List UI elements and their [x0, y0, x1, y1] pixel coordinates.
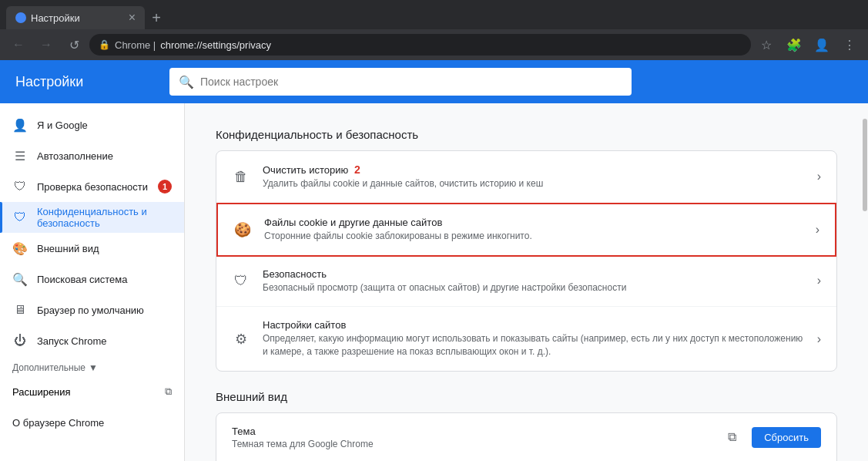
- sidebar-item-privacy[interactable]: 🛡 Конфиденциальность ибезопасность: [0, 202, 184, 233]
- arrow-icon-clear: ›: [817, 170, 821, 183]
- appearance-section-title: Внешний вид: [216, 390, 837, 403]
- sidebar-item-startup[interactable]: ⏻ Запуск Chrome: [0, 325, 184, 356]
- theme-external-icon[interactable]: ⧉: [725, 427, 739, 447]
- lock-icon: 🔒: [99, 39, 110, 50]
- cookies-desc: Сторонние файлы cookie заблокированы в р…: [264, 230, 803, 243]
- security-shield-icon: 🛡: [232, 273, 250, 289]
- extensions-label: Расширения: [12, 386, 71, 398]
- person-icon: 👤: [12, 118, 28, 133]
- sidebar-label-search: Поисковая система: [37, 274, 172, 285]
- main-content: Конфиденциальность и безопасность 🗑 Очис…: [185, 103, 868, 461]
- tab-close-button[interactable]: ×: [129, 12, 136, 24]
- sidebar-item-security-check[interactable]: 🛡 Проверка безопасности 1: [0, 171, 184, 202]
- arrow-icon-cookies: ›: [816, 223, 819, 237]
- scrollbar-thumb[interactable]: [863, 119, 867, 211]
- settings-header: Настройки 🔍: [0, 60, 868, 103]
- external-link-icon: ⧉: [165, 385, 172, 398]
- annotation-2: 2: [354, 163, 360, 176]
- clear-history-row[interactable]: 🗑 Очистить историю 2 Удалить файлы cooki…: [216, 151, 836, 204]
- tab-bar: Настройки × +: [0, 0, 868, 29]
- security-badge: 1: [158, 180, 172, 193]
- chevron-down-icon: ▼: [89, 362, 98, 373]
- security-desc: Безопасный просмотр (защита от опасных с…: [263, 281, 805, 294]
- url-site: Chrome |: [115, 39, 156, 51]
- privacy-icon: 🛡: [12, 210, 28, 224]
- privacy-settings-card: 🗑 Очистить историю 2 Удалить файлы cooki…: [216, 150, 837, 372]
- search-icon: 🔍: [179, 75, 194, 89]
- arrow-icon-security: ›: [817, 274, 821, 288]
- appearance-settings-card: Тема Темная тема для Google Chrome ⧉ Сбр…: [216, 412, 837, 461]
- security-title: Безопасность: [263, 268, 805, 280]
- sidebar-label-startup: Запуск Chrome: [37, 335, 172, 347]
- tab-favicon: [15, 12, 26, 23]
- theme-content: Тема Темная тема для Google Chrome: [232, 426, 712, 449]
- appearance-icon: 🎨: [12, 241, 28, 256]
- privacy-section-title: Конфиденциальность и безопасность: [216, 128, 837, 141]
- theme-title: Тема: [232, 426, 712, 437]
- forward-button[interactable]: →: [34, 32, 59, 57]
- search-engine-icon: 🔍: [12, 272, 28, 287]
- site-settings-title: Настройки сайтов: [263, 319, 805, 331]
- autofill-icon: ☰: [12, 149, 28, 163]
- sidebar-item-autofill[interactable]: ☰ Автозаполнение: [0, 140, 184, 171]
- bookmark-button[interactable]: ☆: [754, 32, 779, 57]
- site-settings-content: Настройки сайтов Определяет, какую инфор…: [263, 319, 805, 358]
- cookies-content: Файлы cookie и другие данные сайтов Стор…: [264, 217, 803, 243]
- sidebar-item-ya-google[interactable]: 👤 Я и Google: [0, 109, 184, 140]
- theme-reset-button[interactable]: Сбросить: [752, 427, 821, 448]
- theme-desc: Темная тема для Google Chrome: [232, 439, 712, 449]
- clear-history-title: Очистить историю 2: [263, 163, 805, 176]
- sidebar-item-extensions[interactable]: Расширения ⧉: [0, 376, 184, 407]
- clear-history-content: Очистить историю 2 Удалить файлы cookie …: [263, 163, 805, 190]
- sidebar-label-about: О браузере Chrome: [12, 417, 172, 429]
- sidebar-section-advanced[interactable]: Дополнительные ▼: [0, 356, 184, 376]
- url-path: chrome://settings/privacy: [160, 39, 271, 51]
- site-settings-row[interactable]: ⚙ Настройки сайтов Определяет, какую инф…: [216, 307, 836, 371]
- sidebar-label-privacy: Конфиденциальность ибезопасность: [37, 206, 172, 229]
- arrow-icon-site-settings: ›: [817, 332, 821, 346]
- startup-icon: ⏻: [12, 334, 28, 348]
- new-tab-button[interactable]: +: [145, 6, 168, 29]
- sidebar-item-about[interactable]: О браузере Chrome: [0, 407, 184, 438]
- sidebar-item-default-browser[interactable]: 🖥 Браузер по умолчанию: [0, 294, 184, 325]
- settings-tab[interactable]: Настройки ×: [6, 6, 145, 29]
- trash-icon: 🗑: [232, 169, 250, 185]
- refresh-button[interactable]: ↺: [62, 32, 86, 57]
- search-box[interactable]: 🔍: [169, 68, 632, 96]
- sidebar: 👤 Я и Google ☰ Автозаполнение 🛡 Проверка…: [0, 103, 185, 461]
- page-container: 👤 Я и Google ☰ Автозаполнение 🛡 Проверка…: [0, 103, 868, 461]
- browser-window: Настройки × + ← → ↺ 🔒 Chrome | chrome://…: [0, 0, 868, 461]
- browser-icon: 🖥: [12, 303, 28, 317]
- active-indicator: [0, 202, 2, 233]
- sidebar-label-autofill: Автозаполнение: [37, 150, 172, 162]
- settings-page-title: Настройки: [15, 74, 154, 90]
- cookies-title: Файлы cookie и другие данные сайтов: [264, 217, 803, 228]
- theme-row: Тема Темная тема для Google Chrome ⧉ Сбр…: [216, 413, 836, 461]
- cookies-row[interactable]: 🍪 Файлы cookie и другие данные сайтов Ст…: [216, 203, 836, 257]
- back-button[interactable]: ←: [6, 32, 31, 57]
- cookie-icon: 🍪: [233, 221, 252, 238]
- avatar-button[interactable]: 👤: [809, 32, 834, 57]
- sidebar-item-appearance[interactable]: 🎨 Внешний вид: [0, 233, 184, 264]
- security-row[interactable]: 🛡 Безопасность Безопасный просмотр (защи…: [216, 256, 836, 308]
- tab-title: Настройки: [31, 12, 80, 24]
- menu-button[interactable]: ⋮: [837, 32, 862, 57]
- navigation-bar: ← → ↺ 🔒 Chrome | chrome://settings/priva…: [0, 29, 868, 60]
- sidebar-label-ya-google: Я и Google: [37, 119, 172, 131]
- sidebar-label-appearance: Внешний вид: [37, 243, 172, 254]
- extension-button[interactable]: 🧩: [782, 32, 806, 57]
- sidebar-label-default-browser: Браузер по умолчанию: [37, 305, 172, 316]
- section-advanced-label: Дополнительные: [12, 362, 85, 373]
- sliders-icon: ⚙: [232, 331, 250, 348]
- scrollbar-track[interactable]: [862, 103, 868, 461]
- search-input[interactable]: [200, 76, 622, 88]
- sidebar-label-security-check: Проверка безопасности: [37, 181, 149, 193]
- security-content: Безопасность Безопасный просмотр (защита…: [263, 268, 805, 294]
- nav-actions: ☆ 🧩 👤 ⋮: [754, 32, 862, 57]
- shield-check-icon: 🛡: [12, 180, 28, 193]
- sidebar-item-search[interactable]: 🔍 Поисковая система: [0, 264, 184, 294]
- clear-history-desc: Удалить файлы cookie и данные сайтов, оч…: [263, 177, 805, 190]
- address-bar[interactable]: 🔒 Chrome | chrome://settings/privacy: [89, 34, 751, 56]
- site-settings-desc: Определяет, какую информацию могут испол…: [263, 332, 805, 358]
